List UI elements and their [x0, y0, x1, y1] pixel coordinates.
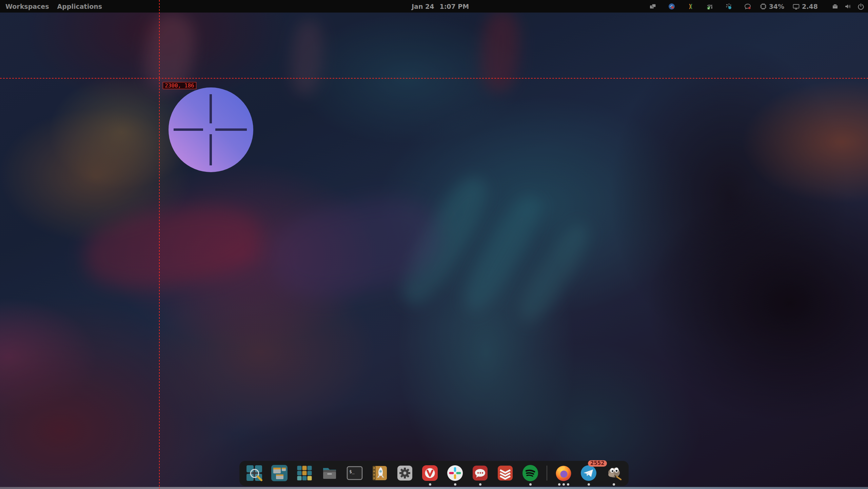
workspaces-indicator-icon[interactable]	[649, 3, 656, 10]
display-meter[interactable]: 2.48	[792, 3, 818, 10]
dock-item-telegram[interactable]: 2552	[579, 464, 598, 486]
volume-icon[interactable]	[844, 3, 852, 10]
dock-item-window-switcher[interactable]	[270, 464, 289, 486]
gimp-icon	[604, 464, 623, 483]
top-bar-menus: Workspaces Applications	[5, 0, 102, 13]
running-dots	[529, 483, 532, 486]
dock-separator	[547, 466, 547, 481]
screen-bottom-edge	[0, 487, 868, 489]
screen-dim-overlay	[0, 0, 868, 489]
running-dots	[429, 483, 431, 486]
running-indicator-dot	[454, 483, 456, 486]
dock-item-rocketchat[interactable]	[471, 464, 490, 486]
dock: $_	[239, 461, 629, 486]
message-indicator-icon[interactable]	[744, 3, 751, 10]
rocketchat-icon	[471, 464, 490, 483]
running-indicator-dot	[563, 483, 565, 486]
app-indicator-code-icon[interactable]	[687, 3, 694, 10]
running-indicator-dot	[479, 483, 481, 486]
todoist-icon	[496, 464, 515, 483]
dock-item-todoist[interactable]	[496, 464, 515, 486]
coordinate-readout: 2300, 186	[163, 82, 196, 89]
running-dots	[454, 483, 456, 486]
app-indicator-dots-icon[interactable]	[725, 3, 732, 10]
display-icon	[792, 3, 800, 10]
menu-applications[interactable]: Applications	[57, 3, 102, 10]
desktop-wallpaper	[0, 0, 868, 489]
dock-item-app-grid[interactable]	[295, 464, 314, 486]
running-indicator-dot	[529, 483, 532, 486]
clock-date: Jan 24	[412, 3, 434, 10]
spotify-icon	[521, 464, 540, 483]
running-indicator-dot	[429, 483, 431, 486]
running-dots	[479, 483, 481, 486]
crosshair-arm	[215, 128, 247, 131]
cpu-meter[interactable]: 34%	[760, 3, 784, 10]
top-bar: Workspaces Applications Jan 24 1:07 PM	[0, 0, 868, 13]
running-indicator-dot	[558, 483, 560, 486]
load-label: 2.48	[802, 3, 818, 10]
terminal-icon: $_	[345, 464, 364, 483]
dock-item-media-launcher[interactable]	[370, 464, 389, 486]
dock-item-gimp[interactable]	[604, 464, 623, 486]
dock-item-spotify[interactable]	[521, 464, 540, 486]
window-switcher-icon	[270, 464, 289, 483]
app-finder-icon	[245, 464, 264, 483]
slack-icon	[446, 464, 465, 483]
vivaldi-icon	[420, 464, 439, 483]
crosshair-guide-horizontal	[0, 78, 868, 79]
app-indicator-blue-icon[interactable]	[668, 3, 675, 10]
network-indicator-icon[interactable]	[706, 3, 713, 10]
crosshair-arm	[210, 134, 212, 165]
crosshair-loupe	[169, 87, 253, 172]
dock-item-settings[interactable]	[395, 464, 414, 486]
clock-time: 1:07 PM	[439, 3, 469, 10]
app-grid-icon	[295, 464, 314, 483]
clock[interactable]: Jan 24 1:07 PM	[412, 0, 469, 13]
power-icon[interactable]	[857, 3, 865, 10]
notification-badge: 2552	[588, 460, 607, 467]
cpu-icon	[760, 3, 767, 10]
dock-item-firefox[interactable]	[554, 464, 573, 486]
settings-gear-icon	[395, 464, 414, 483]
ethernet-icon[interactable]	[831, 3, 839, 10]
media-launcher-icon	[370, 464, 389, 483]
dock-item-terminal[interactable]: $_	[345, 464, 364, 486]
crosshair-guide-vertical	[159, 0, 160, 489]
crosshair-arm	[174, 128, 203, 131]
running-dots	[588, 483, 590, 486]
desktop: Workspaces Applications Jan 24 1:07 PM	[0, 0, 868, 489]
running-indicator-dot	[613, 483, 615, 486]
running-indicator-dot	[588, 483, 590, 486]
file-manager-icon	[320, 464, 339, 483]
system-tray: 34% 2.48	[649, 0, 865, 13]
dock-item-app-finder[interactable]	[245, 464, 264, 486]
cpu-usage-label: 34%	[769, 3, 784, 10]
dock-item-slack[interactable]	[446, 464, 465, 486]
firefox-icon	[554, 464, 573, 483]
dock-item-file-manager[interactable]	[320, 464, 339, 486]
dock-item-vivaldi[interactable]	[420, 464, 439, 486]
running-dots	[558, 483, 569, 486]
running-dots	[613, 483, 615, 486]
menu-workspaces[interactable]: Workspaces	[5, 3, 49, 10]
running-indicator-dot	[567, 483, 569, 486]
svg-text:$_: $_	[349, 469, 355, 474]
crosshair-arm	[210, 94, 212, 123]
